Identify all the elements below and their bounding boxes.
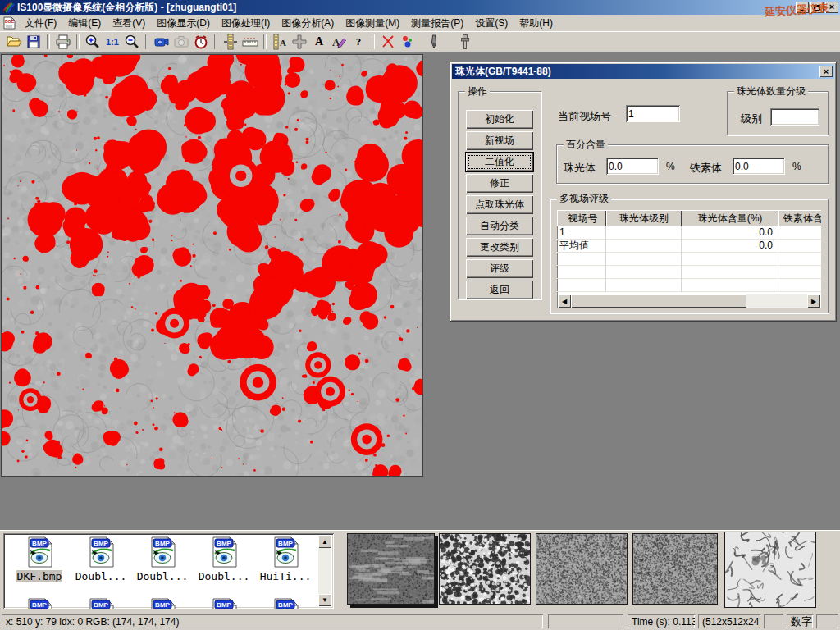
bmp-file-icon: BMP <box>25 536 53 568</box>
annotate-icon[interactable]: A <box>329 33 349 51</box>
correct-button[interactable]: 修正 <box>466 174 533 193</box>
file-name[interactable]: DKF.bmp <box>16 570 63 582</box>
camera-icon[interactable] <box>171 33 191 51</box>
file-name[interactable]: Doubl... <box>75 570 128 582</box>
header-field-no[interactable]: 视场号 <box>557 210 606 226</box>
move-cross-icon[interactable] <box>290 33 309 51</box>
ferrite-percent-sign: % <box>792 161 801 172</box>
pen-icon[interactable] <box>424 33 444 51</box>
table-row-empty <box>557 279 821 292</box>
file-item-partial[interactable]: BMP <box>10 598 69 609</box>
file-item[interactable]: BMP DKF.bmp <box>10 536 69 582</box>
menu-image-display[interactable]: 图像显示(D) <box>151 15 216 32</box>
table-row[interactable]: 平均值 0.0 <box>557 240 821 253</box>
scroll-up-button[interactable]: ▲ <box>318 536 331 548</box>
file-name[interactable]: Doubl... <box>198 570 251 582</box>
dialog-close-button[interactable]: × <box>819 66 833 77</box>
return-button[interactable]: 返回 <box>466 281 533 299</box>
app-logo-icon <box>2 2 15 13</box>
init-button[interactable]: 初始化 <box>466 110 533 129</box>
menu-measure-report[interactable]: 测量报告(P) <box>405 15 469 32</box>
brush-icon[interactable] <box>455 33 475 51</box>
binarize-button[interactable]: 二值化 <box>466 153 533 171</box>
file-item-partial[interactable]: BMP <box>71 598 130 609</box>
svg-text:A: A <box>280 38 286 48</box>
menu-image-measure[interactable]: 图像测量(M) <box>340 15 405 32</box>
minimize-button[interactable] <box>796 2 809 13</box>
toolbar-separator <box>47 34 50 49</box>
new-field-button[interactable]: 新视场 <box>466 131 533 150</box>
file-list-scrollbar: ▲ ▼ <box>318 536 331 606</box>
svg-text:BMP: BMP <box>155 601 170 609</box>
current-field-input[interactable] <box>626 105 680 122</box>
thumbnail-1[interactable] <box>347 533 435 605</box>
maximize-button[interactable] <box>810 2 824 13</box>
table-row[interactable]: 1 0.0 <box>557 226 821 240</box>
file-name[interactable]: Doubl... <box>136 570 189 582</box>
curve-tool-icon[interactable] <box>378 33 398 51</box>
metallographic-image[interactable] <box>1 54 423 477</box>
bmp-file-icon: BMP <box>210 536 238 568</box>
file-item-partial[interactable]: BMP <box>256 598 315 609</box>
particles-icon[interactable] <box>398 33 418 51</box>
header-ferrite-content[interactable]: 铁素体含量(%) <box>778 210 821 226</box>
thumbnail-2[interactable] <box>439 533 531 605</box>
rate-button[interactable]: 评级 <box>466 259 533 278</box>
scroll-right-button[interactable]: ▶ <box>807 294 820 308</box>
grade-input[interactable] <box>770 108 819 126</box>
pearlite-percent-input[interactable] <box>606 158 659 175</box>
header-pearlite-grade[interactable]: 珠光体级别 <box>606 210 682 226</box>
menu-file[interactable]: 文件(F) <box>19 15 62 32</box>
status-time: Time (s): 0.113 <box>628 614 695 628</box>
text-icon[interactable]: A <box>309 33 329 51</box>
auto-classify-button[interactable]: 自动分类 <box>466 217 533 235</box>
print-icon[interactable] <box>53 33 73 51</box>
video-camera-icon[interactable] <box>152 33 171 51</box>
scrollbar-thumb[interactable] <box>571 294 746 308</box>
timer-icon[interactable] <box>191 33 211 51</box>
caliper-icon[interactable] <box>221 33 240 51</box>
table-row-empty <box>557 266 821 279</box>
menu-view[interactable]: 查看(V) <box>107 15 151 32</box>
file-item[interactable]: BMP Doubl... <box>194 536 253 582</box>
actual-size-button[interactable]: 1:1 <box>103 33 122 51</box>
menu-image-processing[interactable]: 图像处理(I) <box>216 15 276 32</box>
svg-text:BMP: BMP <box>155 540 170 547</box>
close-button[interactable]: × <box>825 2 838 13</box>
ruler-icon[interactable] <box>240 33 260 51</box>
menu-settings[interactable]: 设置(S) <box>469 15 514 32</box>
operations-group-label: 操作 <box>465 85 490 97</box>
scroll-left-button[interactable]: ◀ <box>558 294 571 308</box>
pick-pearlite-button[interactable]: 点取珠光体 <box>466 195 533 214</box>
dialog-title-bar[interactable]: 珠光体(GB/T9441-88) × <box>452 64 834 79</box>
file-item[interactable]: BMP HuiTi... <box>256 536 315 582</box>
file-item-partial[interactable]: BMP <box>194 598 253 609</box>
zoom-in-icon[interactable] <box>83 33 103 51</box>
zoom-out-icon[interactable] <box>122 33 142 51</box>
menu-image-analysis[interactable]: 图像分析(A) <box>276 15 340 32</box>
measure-caliper-icon[interactable]: A <box>270 33 290 51</box>
scroll-down-button[interactable]: ▼ <box>318 594 331 606</box>
file-name[interactable]: HuiTi... <box>259 570 313 582</box>
document-icon[interactable]: DOC <box>3 16 16 30</box>
save-icon[interactable] <box>24 33 43 51</box>
file-item[interactable]: BMP Doubl... <box>133 536 192 582</box>
help-icon[interactable]: ? <box>349 33 368 51</box>
title-bar: IS100显微摄像系统(金相分析版) - [zhuguangti01] × <box>0 0 840 15</box>
scrollbar-track[interactable] <box>746 294 807 308</box>
ferrite-percent-input[interactable] <box>733 158 785 175</box>
change-class-button[interactable]: 更改类别 <box>466 238 533 257</box>
status-panel-empty <box>764 614 783 628</box>
file-item-partial[interactable]: BMP <box>133 598 192 609</box>
status-mode: 数字 <box>787 614 813 628</box>
thumbnail-4[interactable] <box>632 533 718 605</box>
menu-help[interactable]: 帮助(H) <box>514 15 559 32</box>
open-icon[interactable] <box>4 33 24 51</box>
header-pearlite-content[interactable]: 珠光体含量(%) <box>682 210 778 226</box>
toolbar: 1:1 A A A ? <box>0 31 840 52</box>
thumbnail-5[interactable] <box>724 532 816 608</box>
rating-table-header: 视场号 珠光体级别 珠光体含量(%) 铁素体含量(%) <box>557 210 821 226</box>
file-item[interactable]: BMP Doubl... <box>71 536 130 582</box>
menu-edit[interactable]: 编辑(E) <box>62 15 107 32</box>
thumbnail-3[interactable] <box>536 533 628 605</box>
